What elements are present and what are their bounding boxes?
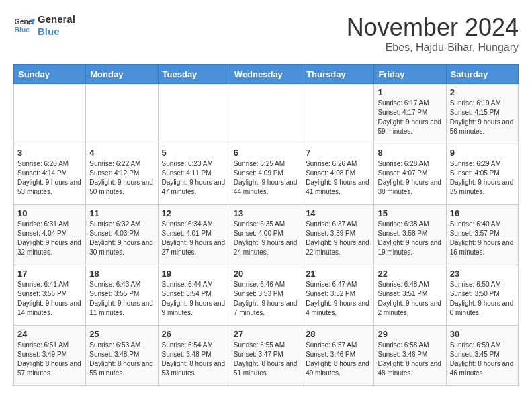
calendar-cell: 22Sunrise: 6:48 AM Sunset: 3:51 PM Dayli… [374, 265, 446, 326]
calendar-week-row: 1Sunrise: 6:17 AM Sunset: 4:17 PM Daylig… [14, 84, 519, 144]
calendar-cell [14, 84, 86, 144]
calendar-cell: 30Sunrise: 6:59 AM Sunset: 3:45 PM Dayli… [446, 326, 518, 386]
day-info: Sunrise: 6:35 AM Sunset: 4:00 PM Dayligh… [234, 220, 298, 257]
calendar-cell: 11Sunrise: 6:32 AM Sunset: 4:03 PM Dayli… [86, 205, 158, 265]
logo: General Blue General Blue [13, 13, 75, 38]
day-number: 19 [162, 269, 226, 279]
calendar-cell: 3Sunrise: 6:20 AM Sunset: 4:14 PM Daylig… [14, 144, 86, 205]
calendar-body: 1Sunrise: 6:17 AM Sunset: 4:17 PM Daylig… [14, 84, 519, 386]
calendar-cell: 23Sunrise: 6:50 AM Sunset: 3:50 PM Dayli… [446, 265, 518, 326]
day-number: 29 [378, 329, 442, 339]
calendar-cell: 14Sunrise: 6:37 AM Sunset: 3:59 PM Dayli… [302, 205, 374, 265]
day-info: Sunrise: 6:29 AM Sunset: 4:05 PM Dayligh… [450, 159, 515, 197]
calendar-cell: 26Sunrise: 6:54 AM Sunset: 3:48 PM Dayli… [158, 326, 230, 386]
location-subtitle: Ebes, Hajdu-Bihar, Hungary [347, 42, 519, 54]
header-row: SundayMondayTuesdayWednesdayThursdayFrid… [14, 65, 519, 84]
calendar-cell: 15Sunrise: 6:38 AM Sunset: 3:58 PM Dayli… [374, 205, 446, 265]
month-title: November 2024 [347, 13, 519, 42]
day-info: Sunrise: 6:22 AM Sunset: 4:12 PM Dayligh… [89, 159, 154, 197]
day-number: 30 [450, 329, 515, 339]
day-info: Sunrise: 6:34 AM Sunset: 4:01 PM Dayligh… [162, 220, 226, 257]
calendar-cell: 9Sunrise: 6:29 AM Sunset: 4:05 PM Daylig… [446, 144, 518, 205]
calendar-cell: 29Sunrise: 6:58 AM Sunset: 3:46 PM Dayli… [374, 326, 446, 386]
day-info: Sunrise: 6:48 AM Sunset: 3:51 PM Dayligh… [378, 280, 442, 318]
day-info: Sunrise: 6:54 AM Sunset: 3:48 PM Dayligh… [162, 340, 226, 378]
day-info: Sunrise: 6:51 AM Sunset: 3:49 PM Dayligh… [17, 340, 82, 378]
calendar-cell: 18Sunrise: 6:43 AM Sunset: 3:55 PM Dayli… [86, 265, 158, 326]
logo-general: General [38, 13, 75, 26]
day-number: 24 [17, 329, 82, 339]
day-number: 6 [234, 148, 298, 158]
day-number: 20 [234, 269, 298, 279]
day-info: Sunrise: 6:50 AM Sunset: 3:50 PM Dayligh… [450, 280, 515, 318]
calendar-cell: 2Sunrise: 6:19 AM Sunset: 4:15 PM Daylig… [446, 84, 518, 144]
day-number: 3 [17, 148, 82, 158]
day-number: 8 [378, 148, 442, 158]
calendar-cell: 4Sunrise: 6:22 AM Sunset: 4:12 PM Daylig… [86, 144, 158, 205]
day-number: 4 [89, 148, 154, 158]
day-info: Sunrise: 6:37 AM Sunset: 3:59 PM Dayligh… [306, 220, 370, 257]
day-number: 16 [450, 208, 515, 218]
day-number: 17 [17, 269, 82, 279]
calendar-cell: 7Sunrise: 6:26 AM Sunset: 4:08 PM Daylig… [302, 144, 374, 205]
calendar-cell: 27Sunrise: 6:55 AM Sunset: 3:47 PM Dayli… [230, 326, 302, 386]
day-info: Sunrise: 6:17 AM Sunset: 4:17 PM Dayligh… [378, 99, 442, 136]
svg-text:Blue: Blue [15, 26, 30, 34]
calendar-cell [302, 84, 374, 144]
day-info: Sunrise: 6:59 AM Sunset: 3:45 PM Dayligh… [450, 340, 515, 378]
calendar-cell: 10Sunrise: 6:31 AM Sunset: 4:04 PM Dayli… [14, 205, 86, 265]
calendar-cell: 13Sunrise: 6:35 AM Sunset: 4:00 PM Dayli… [230, 205, 302, 265]
calendar-cell: 28Sunrise: 6:57 AM Sunset: 3:46 PM Dayli… [302, 326, 374, 386]
day-info: Sunrise: 6:47 AM Sunset: 3:52 PM Dayligh… [306, 280, 370, 318]
calendar-cell: 19Sunrise: 6:44 AM Sunset: 3:54 PM Dayli… [158, 265, 230, 326]
day-number: 28 [306, 329, 370, 339]
day-number: 12 [162, 208, 226, 218]
day-info: Sunrise: 6:19 AM Sunset: 4:15 PM Dayligh… [450, 99, 515, 136]
day-number: 5 [162, 148, 226, 158]
day-number: 23 [450, 269, 515, 279]
calendar-cell: 12Sunrise: 6:34 AM Sunset: 4:01 PM Dayli… [158, 205, 230, 265]
header-day: Monday [86, 65, 158, 84]
page-header: General Blue General Blue November 2024 … [13, 13, 519, 54]
calendar-table: SundayMondayTuesdayWednesdayThursdayFrid… [13, 64, 519, 386]
calendar-week-row: 10Sunrise: 6:31 AM Sunset: 4:04 PM Dayli… [14, 205, 519, 265]
title-block: November 2024 Ebes, Hajdu-Bihar, Hungary [347, 13, 519, 54]
calendar-week-row: 3Sunrise: 6:20 AM Sunset: 4:14 PM Daylig… [14, 144, 519, 205]
header-day: Saturday [446, 65, 518, 84]
day-info: Sunrise: 6:55 AM Sunset: 3:47 PM Dayligh… [234, 340, 298, 378]
day-info: Sunrise: 6:25 AM Sunset: 4:09 PM Dayligh… [234, 159, 298, 197]
calendar-cell: 21Sunrise: 6:47 AM Sunset: 3:52 PM Dayli… [302, 265, 374, 326]
day-number: 25 [89, 329, 154, 339]
day-info: Sunrise: 6:28 AM Sunset: 4:07 PM Dayligh… [378, 159, 442, 197]
day-info: Sunrise: 6:44 AM Sunset: 3:54 PM Dayligh… [162, 280, 226, 318]
calendar-cell: 25Sunrise: 6:53 AM Sunset: 3:48 PM Dayli… [86, 326, 158, 386]
day-number: 2 [450, 87, 515, 97]
day-number: 10 [17, 208, 82, 218]
day-number: 22 [378, 269, 442, 279]
day-number: 18 [89, 269, 154, 279]
calendar-cell [158, 84, 230, 144]
calendar-cell: 17Sunrise: 6:41 AM Sunset: 3:56 PM Dayli… [14, 265, 86, 326]
day-info: Sunrise: 6:38 AM Sunset: 3:58 PM Dayligh… [378, 220, 442, 257]
day-number: 15 [378, 208, 442, 218]
day-info: Sunrise: 6:41 AM Sunset: 3:56 PM Dayligh… [17, 280, 82, 318]
day-info: Sunrise: 6:46 AM Sunset: 3:53 PM Dayligh… [234, 280, 298, 318]
header-day: Tuesday [158, 65, 230, 84]
day-number: 21 [306, 269, 370, 279]
day-info: Sunrise: 6:57 AM Sunset: 3:46 PM Dayligh… [306, 340, 370, 378]
day-info: Sunrise: 6:40 AM Sunset: 3:57 PM Dayligh… [450, 220, 515, 257]
day-info: Sunrise: 6:31 AM Sunset: 4:04 PM Dayligh… [17, 220, 82, 257]
day-number: 26 [162, 329, 226, 339]
logo-blue: Blue [38, 26, 75, 38]
day-info: Sunrise: 6:32 AM Sunset: 4:03 PM Dayligh… [89, 220, 154, 257]
day-number: 27 [234, 329, 298, 339]
day-info: Sunrise: 6:58 AM Sunset: 3:46 PM Dayligh… [378, 340, 442, 378]
day-info: Sunrise: 6:20 AM Sunset: 4:14 PM Dayligh… [17, 159, 82, 197]
day-info: Sunrise: 6:53 AM Sunset: 3:48 PM Dayligh… [89, 340, 154, 378]
day-number: 13 [234, 208, 298, 218]
header-day: Sunday [14, 65, 86, 84]
calendar-cell: 24Sunrise: 6:51 AM Sunset: 3:49 PM Dayli… [14, 326, 86, 386]
day-info: Sunrise: 6:23 AM Sunset: 4:11 PM Dayligh… [162, 159, 226, 197]
header-day: Thursday [302, 65, 374, 84]
day-number: 14 [306, 208, 370, 218]
